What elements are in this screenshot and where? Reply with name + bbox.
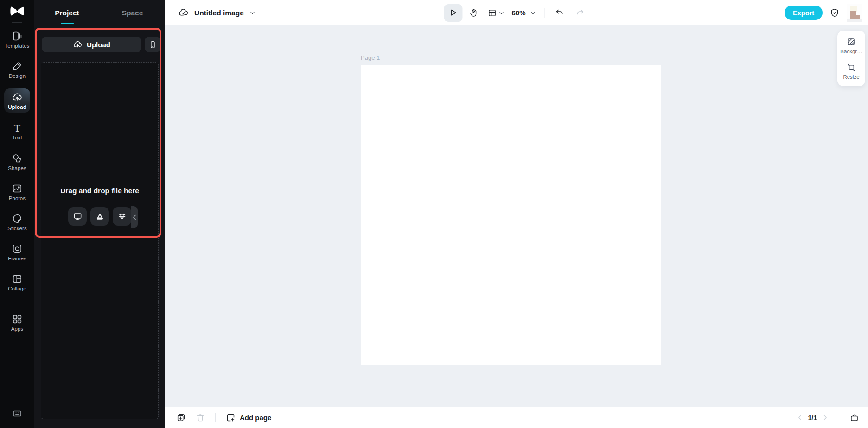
cloud-saved-icon [178,7,189,18]
trash-icon [196,413,205,422]
page-manager-button[interactable] [846,410,862,426]
page-settings-card: Backgr… Resize [837,31,865,86]
sidebar-item-label: Upload [8,104,26,110]
divider [544,8,545,18]
undo-icon [555,8,564,17]
divider [12,302,23,302]
tab-space[interactable]: Space [100,0,165,25]
sidebar-item-text[interactable]: T Text [4,120,30,143]
tab-project-label: Project [55,9,79,17]
redo-icon [575,8,584,17]
export-button[interactable]: Export [785,6,823,20]
title-chevron-down-icon[interactable] [249,10,255,16]
bottom-toolbar: Add page 1/1 [165,407,868,428]
sidebar-item-frames[interactable]: Frames [4,241,30,263]
sidebar-item-label: Photos [9,195,26,201]
chevron-left-icon [797,414,804,421]
previous-page-button[interactable] [797,414,804,421]
sidebar-item-apps[interactable]: Apps [4,311,30,334]
sidebar-item-shapes[interactable]: Shapes [4,151,30,173]
delete-page-button[interactable] [192,410,209,426]
page-indicator: 1/1 [808,414,817,422]
upload-icon [12,92,23,103]
divider [837,413,837,422]
design-page[interactable] [361,65,661,365]
add-page-label: Add page [240,414,271,422]
keyboard-shortcuts-icon[interactable] [12,409,22,419]
add-page-button[interactable]: Add page [222,410,275,426]
google-drive-icon [95,212,105,221]
hand-tool-button[interactable] [464,4,483,22]
page-actions: Add page [172,407,275,428]
cursor-icon [448,8,458,18]
sidebar-item-label: Frames [8,256,26,261]
upload-cloud-icon [73,40,83,50]
computer-icon [73,212,83,221]
duplicate-page-button[interactable] [172,410,189,426]
canvas-area[interactable]: Page 1 Backgr… Resize [165,25,868,407]
select-tool-button[interactable] [444,4,462,22]
upload-from-google-drive-button[interactable] [90,207,109,226]
layout-tool-button[interactable] [485,4,507,22]
zoom-level-control[interactable]: 60% [509,4,538,22]
sidebar-nav: Templates Design Upload T Text [0,28,34,334]
sidebar-item-photos[interactable]: Photos [4,181,30,203]
layout-chevron-down-icon [498,10,504,16]
undo-button[interactable] [550,4,569,22]
sidebar-item-collage[interactable]: Collage [4,271,30,293]
duplicate-page-icon [176,413,186,422]
sidebar-item-upload[interactable]: Upload [4,88,30,113]
page-navigation: 1/1 [797,407,862,428]
upload-from-dropbox-button[interactable] [113,207,131,226]
divider [215,413,216,422]
shapes-icon [12,153,23,164]
upload-sources [34,207,165,226]
panel-tabs: Project Space [34,0,165,25]
background-icon [846,37,856,47]
upload-button-label: Upload [87,41,110,49]
tool-group: 60% [444,0,589,25]
sidebar-item-stickers[interactable]: Stickers [4,211,30,233]
resize-label: Resize [843,74,859,80]
capcut-logo[interactable] [0,0,34,22]
document-title[interactable]: Untitled image [194,9,244,17]
divider [12,22,22,23]
sidebar-item-label: Shapes [8,165,26,171]
sidebar-item-label: Design [9,73,26,79]
sidebar-item-label: Text [12,135,22,140]
document-info: Untitled image [178,0,255,25]
sidebar-item-label: Apps [11,326,24,332]
active-tab-underline [61,23,74,24]
tab-space-label: Space [122,9,143,17]
zoom-chevron-down-icon [530,10,536,16]
panel-collapse-handle[interactable] [131,206,138,228]
chevron-right-icon [822,414,829,421]
background-label: Backgr… [840,49,862,54]
hand-icon [469,8,478,18]
chevron-left-icon [132,214,136,220]
app-sidebar: Templates Design Upload T Text [0,0,34,428]
redo-button[interactable] [571,4,589,22]
sidebar-item-templates[interactable]: Templates [4,28,30,50]
text-icon: T [14,123,20,133]
drag-drop-zone[interactable] [41,62,159,419]
shield-check-icon[interactable] [830,8,840,18]
upload-from-computer-button[interactable] [68,207,87,226]
sidebar-item-design[interactable]: Design [4,58,30,81]
dropbox-icon [117,212,127,221]
dropzone-text: Drag and drop file here [34,187,165,195]
resize-button[interactable]: Resize [843,63,859,80]
sidebar-item-label: Templates [5,43,29,49]
top-toolbar: Untitled image 60% [165,0,868,25]
collage-icon [12,273,23,284]
upload-panel: Project Space Upload Drag and drop file … [34,0,165,428]
user-avatar[interactable] [847,4,862,22]
next-page-button[interactable] [822,414,829,421]
background-button[interactable]: Backgr… [840,37,862,54]
tab-project[interactable]: Project [34,0,100,25]
upload-row: Upload [42,37,160,52]
upload-button[interactable]: Upload [42,37,141,52]
phone-icon [148,40,157,49]
upload-from-phone-button[interactable] [145,37,160,52]
frames-icon [12,243,23,254]
